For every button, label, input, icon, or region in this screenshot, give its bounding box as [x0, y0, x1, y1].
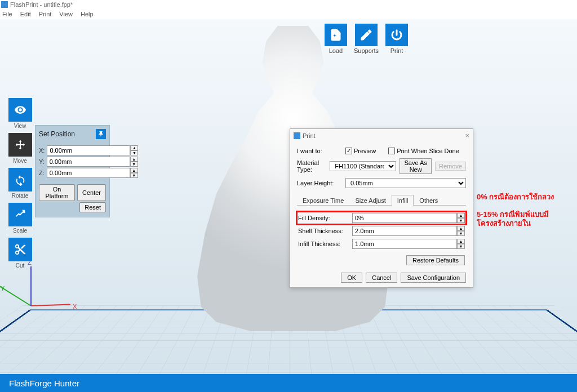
cut-icon	[14, 243, 26, 256]
view-tool[interactable]	[8, 98, 32, 122]
tab-others[interactable]: Others	[414, 195, 443, 206]
left-toolbar: View Move Rotate Scale Cut	[8, 98, 32, 272]
scale-tool[interactable]	[8, 203, 32, 226]
save-as-new-button[interactable]: Save As New	[400, 158, 432, 174]
shell-thickness-input[interactable]	[352, 226, 457, 236]
ok-button[interactable]: OK	[341, 273, 362, 283]
dialog-app-icon	[294, 132, 300, 139]
axis-gizmo: X Y Z	[31, 256, 82, 306]
infill-thickness-up[interactable]: ▲	[457, 239, 465, 244]
menu-help[interactable]: Help	[81, 11, 94, 17]
restore-defaults-button[interactable]: Restore Defaults	[406, 255, 465, 265]
layer-height-select[interactable]: 0.05mm	[345, 178, 466, 188]
cancel-button[interactable]: Cancel	[366, 273, 397, 283]
infill-thickness-down[interactable]: ▼	[457, 244, 465, 249]
rotate-tool[interactable]	[8, 168, 32, 191]
app-logo-icon	[1, 1, 8, 8]
print-label: Print	[390, 47, 403, 54]
infill-thickness-input[interactable]	[352, 239, 457, 249]
menu-file[interactable]: File	[2, 11, 12, 17]
x-label: X:	[39, 147, 45, 154]
load-label: Load	[329, 47, 343, 54]
print-button[interactable]: Print	[385, 24, 408, 54]
supports-label: Supports	[354, 47, 379, 54]
move-icon	[14, 139, 26, 151]
print-when-done-label: Print When Slice Done	[397, 148, 459, 154]
axis-x-label: X	[73, 303, 77, 310]
material-type-select[interactable]: FH1100 (Standard)	[330, 161, 396, 171]
pencil-icon	[359, 28, 373, 42]
titlebar: FlashPrint - untitle.fpp*	[0, 0, 577, 9]
menu-print[interactable]: Print	[39, 11, 52, 17]
infill-thickness-label: Infill Thickness:	[298, 240, 349, 247]
status-text: FlashForge Hunter	[9, 378, 79, 388]
fill-density-input[interactable]	[352, 213, 457, 223]
dialog-close-button[interactable]: ×	[465, 131, 469, 140]
pin-icon	[97, 131, 104, 137]
set-position-panel: Set Position X: ▲▼ Y: ▲▼ Z: ▲▼ On Platfo…	[35, 125, 110, 217]
axis-y-label: Y	[1, 285, 5, 292]
axis-z-line	[30, 266, 32, 306]
pos-y-input[interactable]	[47, 157, 130, 167]
rotate-tool-label: Rotate	[12, 193, 28, 199]
dialog-tabs: Exposure Time Size Adjust Infill Others	[297, 194, 466, 206]
print-dialog: Print × I want to: ✓ Preview Print When …	[290, 128, 473, 288]
tab-infill[interactable]: Infill	[392, 195, 414, 206]
fill-density-row: Fill Density: ▲▼	[298, 213, 465, 223]
fill-density-down[interactable]: ▼	[457, 218, 465, 223]
cut-tool-label: Cut	[16, 262, 25, 269]
view-tool-label: View	[14, 123, 26, 129]
layer-height-label: Layer Height:	[297, 180, 342, 186]
dialog-titlebar[interactable]: Print ×	[290, 129, 473, 142]
shell-thickness-down[interactable]: ▼	[457, 231, 465, 236]
move-tool[interactable]	[8, 133, 32, 157]
print-when-done-checkbox[interactable]: Print When Slice Done	[388, 148, 459, 154]
annotation-zero-percent: 0% กรณีต้องการใช้กลวง	[477, 191, 554, 203]
y-label: Y:	[39, 158, 45, 165]
menu-view[interactable]: View	[59, 11, 73, 17]
scale-icon	[14, 208, 26, 221]
file-plus-icon	[329, 28, 343, 42]
supports-button[interactable]: Supports	[354, 24, 379, 54]
eye-icon	[14, 104, 26, 116]
move-tool-label: Move	[13, 158, 26, 164]
on-platform-button[interactable]: On Platform	[39, 184, 75, 201]
annotation-five-fifteen-percent: 5-15% กรณีพิมพ์แบบมีโครงสร้างภายใน	[477, 210, 577, 228]
pos-z-input[interactable]	[47, 168, 130, 178]
tab-exposure-time[interactable]: Exposure Time	[297, 195, 349, 206]
fill-density-label: Fill Density:	[298, 215, 349, 221]
axis-x-line	[31, 304, 70, 306]
menu-edit[interactable]: Edit	[20, 11, 31, 17]
center-button[interactable]: Center	[77, 184, 106, 201]
pos-y-down[interactable]: ▼	[130, 162, 138, 167]
pos-y-up[interactable]: ▲	[130, 157, 138, 162]
preview-checkbox[interactable]: ✓ Preview	[345, 148, 376, 154]
power-icon	[390, 28, 403, 42]
shell-thickness-row: Shell Thickness: ▲▼	[298, 226, 465, 236]
cut-tool[interactable]	[8, 238, 32, 261]
preview-label: Preview	[354, 148, 376, 154]
window-title: FlashPrint - untitle.fpp*	[10, 1, 73, 8]
checkbox-checked-icon: ✓	[345, 148, 352, 154]
pos-x-up[interactable]: ▲	[130, 145, 138, 150]
save-configuration-button[interactable]: Save Configuration	[401, 273, 466, 283]
reset-button[interactable]: Reset	[79, 202, 106, 212]
menu-bar: File Edit Print View Help	[0, 9, 577, 19]
pos-x-down[interactable]: ▼	[130, 150, 138, 155]
scale-tool-label: Scale	[13, 228, 27, 234]
load-button[interactable]: Load	[325, 24, 347, 54]
fill-density-up[interactable]: ▲	[457, 213, 465, 218]
pos-z-up[interactable]: ▲	[130, 168, 138, 173]
tab-size-adjust[interactable]: Size Adjust	[349, 195, 391, 206]
rotate-icon	[14, 173, 26, 186]
material-type-label: Material Type:	[297, 159, 326, 173]
pos-x-input[interactable]	[47, 145, 130, 155]
pos-z-down[interactable]: ▼	[130, 173, 138, 178]
shell-thickness-up[interactable]: ▲	[457, 226, 465, 231]
set-position-title: Set Position	[39, 130, 75, 138]
infill-thickness-row: Infill Thickness: ▲▼	[298, 239, 465, 249]
checkbox-empty-icon	[388, 148, 395, 154]
pin-panel-button[interactable]	[96, 129, 106, 139]
shell-thickness-label: Shell Thickness:	[298, 228, 349, 234]
remove-button[interactable]: Remove	[435, 162, 466, 171]
